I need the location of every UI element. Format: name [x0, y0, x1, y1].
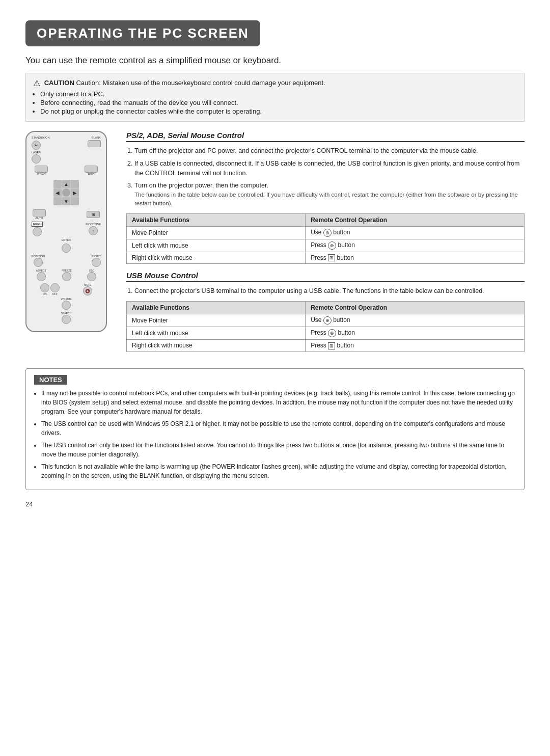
notes-title: NOTES — [34, 375, 67, 385]
video-btn — [35, 166, 48, 173]
auto-btn — [33, 209, 46, 217]
standby-btn: ⏻ — [32, 141, 41, 150]
dpad-blank-br — [71, 197, 79, 205]
circle-icon-3: ⊕ — [323, 316, 332, 325]
magnify-off-btn — [50, 283, 60, 292]
enter-label: ENTER — [62, 238, 71, 241]
square-icon-2: ⊞ — [328, 342, 335, 349]
table-row: Move Pointer Use ⊕ button — [127, 314, 525, 327]
dpad-up: ▲ — [62, 180, 70, 188]
esc-btn — [87, 272, 96, 281]
dpad-blank-tr — [71, 180, 79, 188]
search-btn — [62, 315, 71, 324]
usb-row3-col1: Right click with mouse — [127, 340, 306, 352]
caution-box: ⚠ CAUTION Caution: Mistaken use of the m… — [25, 73, 525, 122]
rgb-btn — [85, 166, 98, 173]
usb-table-col2: Remote Control Operation — [306, 302, 525, 314]
position-btn — [34, 258, 43, 267]
ps2-row2-col1: Left click with mouse — [127, 239, 306, 252]
standby-label: STANDBY/ON — [32, 136, 49, 140]
keystone-btn: ↕ — [89, 226, 98, 235]
circle-icon-4: ⊕ — [328, 329, 336, 337]
table-row: Move Pointer Use ⊕ button — [127, 226, 525, 239]
notes-list: It may not be possible to control notebo… — [41, 389, 516, 480]
caution-bullet-3: Do not plug or unplug the connector cabl… — [40, 107, 517, 115]
ps2-table-col1: Available Functions — [127, 213, 306, 226]
freeze-btn — [62, 272, 71, 281]
notes-bullet-1: It may not be possible to control notebo… — [41, 389, 516, 416]
enter-btn — [62, 244, 71, 253]
usb-row1-col2: Use ⊕ button — [306, 314, 525, 327]
dpad-blank-tl — [53, 180, 62, 188]
ps2-row1-col1: Move Pointer — [127, 226, 306, 239]
mute-btn: 🔇 — [83, 286, 92, 295]
ps2-section-title: PS/2, ADB, Serial Mouse Control — [126, 131, 525, 142]
ps2-sub-note: The functions in the table below can be … — [134, 191, 525, 208]
usb-row1-col1: Move Pointer — [127, 314, 306, 327]
table-row: Left click with mouse Press ⊕ button — [127, 327, 525, 340]
circle-icon-1: ⊕ — [323, 229, 332, 237]
usb-row3-col2: Press ⊞ button — [306, 340, 525, 352]
blank-label: BLANK — [92, 136, 101, 139]
square-icon-1: ⊞ — [328, 254, 335, 261]
menu-btn — [33, 227, 42, 236]
ps2-table-col2: Remote Control Operation — [306, 213, 525, 226]
reset-btn — [92, 258, 101, 267]
auto-label: AUTO — [35, 217, 43, 220]
usb-steps: Connect the projector's USB terminal to … — [134, 286, 525, 296]
video-label: VIDEO — [37, 173, 45, 176]
usb-row2-col1: Left click with mouse — [127, 327, 306, 340]
caution-label: CAUTION — [44, 79, 74, 87]
ps2-row2-col2: Press ⊕ button — [306, 239, 525, 252]
aspect-btn — [37, 272, 46, 281]
volume-btn — [62, 301, 71, 310]
subtitle: You can use the remote control as a simp… — [25, 56, 525, 66]
table-row: Right click with mouse Press ⊞ button — [127, 340, 525, 352]
instructions-column: PS/2, ADB, Serial Mouse Control Turn off… — [126, 131, 525, 359]
ps2-table: Available Functions Remote Control Opera… — [126, 213, 525, 264]
ps2-step-3: Turn on the projector power, then the co… — [134, 181, 525, 208]
keystone-label: KEYSTONE — [86, 223, 101, 226]
caution-header: ⚠ CAUTION Caution: Mistaken use of the m… — [33, 78, 517, 88]
page-title: OPERATING THE PC SCREEN — [37, 25, 249, 41]
menu-label: MENU — [32, 222, 43, 227]
remote-column: STANDBY/ON ⏻ LASER BLANK VIDEO — [25, 131, 117, 359]
dpad: ▲ ◀ ▶ ▼ — [53, 180, 79, 205]
notes-bullet-2: The USB control can be used with Windows… — [41, 419, 516, 438]
ps2-step-2: If a USB cable is connected, disconnect … — [134, 159, 525, 178]
notes-box: NOTES It may not be possible to control … — [25, 368, 525, 490]
usb-section: USB Mouse Control Connect the projector'… — [126, 271, 525, 352]
usb-section-title: USB Mouse Control — [126, 271, 525, 282]
rgb-label: RGB — [88, 173, 94, 176]
caution-bullet-1: Only connect to a PC. — [40, 90, 517, 98]
circle-icon-2: ⊕ — [328, 241, 336, 250]
table-row: Right click with mouse Press ⊞ button — [127, 252, 525, 264]
ps2-step-1: Turn off the projector and PC power, and… — [134, 146, 525, 156]
page-number: 24 — [25, 500, 525, 508]
dpad-down: ▼ — [62, 197, 70, 205]
magnify-on-label: ON — [43, 292, 47, 295]
keystone-icon-btn: ⊞ — [87, 211, 100, 218]
notes-bullet-3: The USB control can only be used for the… — [41, 441, 516, 459]
ps2-row3-col2: Press ⊞ button — [306, 252, 525, 264]
blank-btn — [88, 140, 101, 147]
caution-text: Caution: Mistaken use of the mouse/keybo… — [76, 79, 325, 87]
laser-btn — [32, 154, 41, 164]
notes-bullet-4: This function is not available while the… — [41, 462, 516, 480]
ps2-section: PS/2, ADB, Serial Mouse Control Turn off… — [126, 131, 525, 264]
laser-label: LASER — [32, 151, 49, 154]
magnify-off-label: OFF — [52, 292, 58, 295]
table-row: Left click with mouse Press ⊕ button — [127, 239, 525, 252]
usb-table: Available Functions Remote Control Opera… — [126, 301, 525, 352]
remote-illustration: STANDBY/ON ⏻ LASER BLANK VIDEO — [25, 131, 107, 332]
caution-bullet-2: Before connecting, read the manuals of t… — [40, 99, 517, 106]
dpad-left: ◀ — [53, 188, 62, 197]
dpad-center — [62, 188, 70, 197]
ps2-steps: Turn off the projector and PC power, and… — [134, 146, 525, 208]
main-content: STANDBY/ON ⏻ LASER BLANK VIDEO — [25, 131, 525, 359]
ps2-row1-col2: Use ⊕ button — [306, 226, 525, 239]
usb-step-1: Connect the projector's USB terminal to … — [134, 286, 525, 296]
dpad-right: ▶ — [71, 188, 79, 197]
usb-table-col1: Available Functions — [127, 302, 306, 314]
dpad-blank-bl — [53, 197, 62, 205]
